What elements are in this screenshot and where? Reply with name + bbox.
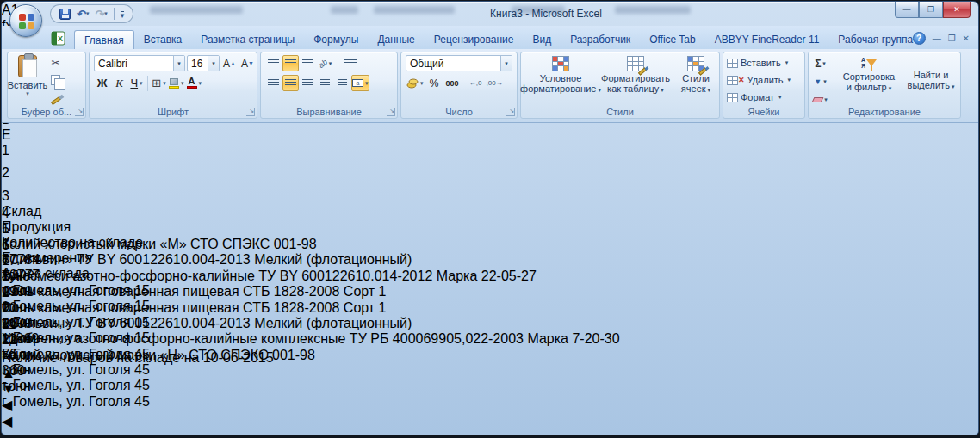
scissors-icon: ✂ [51,57,59,69]
office-button[interactable] [9,4,42,37]
delete-cells-button[interactable]: ✕ Удалить [727,72,791,88]
maximize-button[interactable]: ❐ [919,2,943,18]
find-select-button[interactable]: Найти и выделить [903,54,958,106]
format-cells-icon [727,93,738,102]
fill-color-button[interactable] [168,75,185,91]
font-name-combo[interactable]: Calibri▾ [94,55,185,71]
increase-indent-button[interactable] [334,75,350,91]
align-center-button[interactable] [282,75,299,91]
tab-razmetka[interactable]: Разметка страницы [191,30,304,49]
tab-vstavka[interactable]: Вставка [134,30,192,49]
italic-button[interactable]: К [111,75,127,91]
shrink-font-button[interactable]: А▼ [239,55,256,71]
svg-text:X: X [58,34,63,43]
tab-office-tab[interactable]: Office Tab [640,30,705,49]
next-sheet-button[interactable]: ▶ [2,429,978,435]
increase-decimal-button[interactable]: ←,0 [468,75,484,91]
align-middle-button[interactable] [282,55,299,71]
decrease-indent-button[interactable] [317,75,333,91]
align-top-icon [268,59,279,67]
fill-button[interactable]: ▼ [812,73,828,89]
chevron-down-icon[interactable]: ▾ [173,56,184,71]
align-top-button[interactable] [265,55,282,71]
paste-icon [18,55,37,77]
sort-filter-button[interactable]: АЯ Сортировка и фильтр [836,54,902,106]
workbook-minimize-button[interactable]: — [933,34,941,43]
currency-icon [406,78,419,89]
redo-button[interactable]: ↷▾ [93,6,109,22]
column-header-e[interactable]: E [2,127,978,143]
decrease-decimal-button[interactable]: ,00→ [486,75,504,91]
format-cells-button[interactable]: Формат [727,89,791,105]
group-label-alignment: Выравнивание [261,107,397,117]
binoculars-icon [921,55,940,67]
number-format-combo[interactable]: Общий▾ [406,55,512,71]
row-header[interactable]: 5 [2,221,978,237]
tab-formuly[interactable]: Формулы [304,30,368,49]
format-as-table-button[interactable]: Форматировать как таблицу [599,54,673,106]
tab-abbyy[interactable]: ABBYY FineReader 11 [705,30,829,49]
clear-button[interactable] [812,91,828,108]
align-left-button[interactable] [265,75,282,91]
row-header[interactable]: 4 [2,206,978,221]
underline-button[interactable]: Ч [128,75,145,91]
format-painter-icon [50,96,60,104]
alignment-dialog-launcher[interactable]: ↘ [387,108,395,116]
tab-dannye[interactable]: Данные [368,30,424,49]
align-bottom-button[interactable] [300,55,316,71]
bold-button[interactable]: Ж [94,75,110,91]
tab-rabochaya-gruppa[interactable]: Рабочая группа [828,30,922,49]
undo-button[interactable]: ↶▾ [75,6,90,22]
currency-button[interactable] [406,75,425,91]
row-header[interactable]: 3 [2,188,978,204]
merge-center-button[interactable]: a [351,75,369,91]
row-header[interactable]: 2 [2,165,978,181]
borders-button[interactable]: ⊞ [151,75,167,91]
workbook-restore-button[interactable]: ❐ [948,34,956,43]
font-color-button[interactable]: А [186,75,203,91]
prev-sheet-button[interactable]: ◀ [2,413,978,429]
insert-cells-icon [727,59,738,68]
row-header[interactable]: 1 [2,143,978,158]
workbook-close-button[interactable]: ✕ [963,34,970,43]
number-dialog-launcher[interactable]: ↘ [506,108,515,116]
autosum-button[interactable]: Σ [812,55,828,71]
customize-qat-button[interactable]: ▾ [119,6,127,22]
help-icon[interactable]: ? [913,32,926,45]
close-button[interactable]: ✕ [943,2,971,18]
group-cells: Вставить ✕ Удалить Формат Ячейки [723,52,805,119]
comma-style-button[interactable]: 000 [444,75,461,91]
tab-razrabotchik[interactable]: Разработчик [561,30,640,49]
font-dialog-launcher[interactable]: ↘ [246,108,255,116]
clipboard-dialog-launcher[interactable]: ↘ [75,108,84,116]
group-number: Общий▾ % 000 ←,0 ,00→ Число ↘ [400,52,518,119]
copy-button[interactable] [47,71,64,88]
font-size-combo[interactable]: 16▾ [187,55,220,71]
align-right-button[interactable] [300,75,316,91]
group-label-cells: Ячейки [723,107,804,117]
cell-styles-icon [687,56,704,71]
cell-styles-button[interactable]: Стили ячеек [673,54,719,106]
save-button[interactable] [58,6,72,22]
wrap-text-button[interactable] [342,55,358,71]
fill-color-icon [169,78,179,89]
orientation-button[interactable]: ab [317,55,333,71]
cut-button[interactable]: ✂ [47,54,64,71]
grow-font-button[interactable]: А▲ [221,55,238,71]
chevron-down-icon[interactable]: ▾ [500,56,512,71]
excel-window: Книга3 - Microsoft Excel ↶▾ ↷▾ ▾ — ❐ ✕ X [1,1,979,435]
tab-glavnaya[interactable]: Главная [74,30,134,49]
window-title: Книга3 - Microsoft Excel [114,8,978,20]
copy-icon [51,75,60,85]
tab-recenzirovanie[interactable]: Рецензирование [425,30,524,49]
chevron-down-icon[interactable]: ▾ [208,56,219,71]
paste-button[interactable]: Вставить ▾ [10,54,45,106]
insert-cells-button[interactable]: Вставить [727,55,791,71]
format-painter-button[interactable] [47,89,64,105]
save-icon [59,9,71,20]
tab-vid[interactable]: Вид [523,30,561,49]
minimize-button[interactable]: — [895,2,919,18]
percent-button[interactable]: % [426,75,443,91]
fill-down-icon: ▼ [814,77,822,86]
conditional-formatting-button[interactable]: Условное форматирование [523,54,599,106]
